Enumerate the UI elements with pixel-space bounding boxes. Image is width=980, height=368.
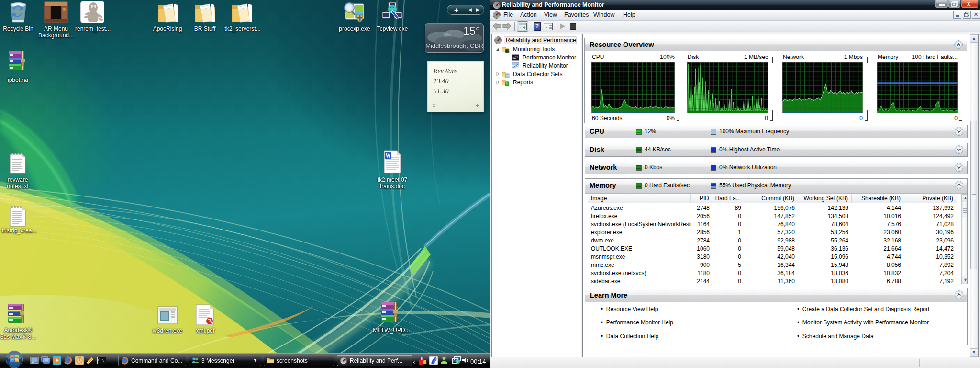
svg-text:C:\_: C:\_ [98,358,106,362]
